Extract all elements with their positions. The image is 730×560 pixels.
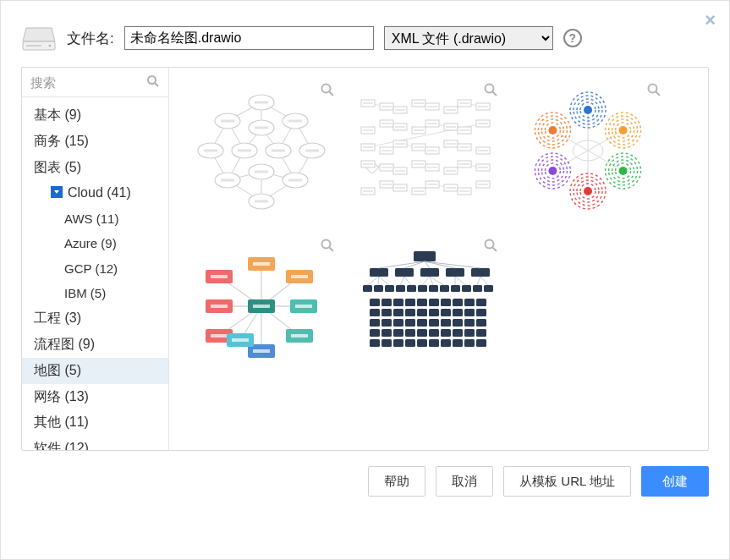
cancel-button[interactable]: 取消 <box>436 466 493 497</box>
close-icon[interactable]: × <box>705 9 716 31</box>
svg-rect-277 <box>476 339 486 347</box>
category-item[interactable]: 网络 (13) <box>22 384 168 410</box>
zoom-icon[interactable] <box>320 238 335 253</box>
svg-rect-254 <box>429 309 439 316</box>
svg-rect-46 <box>255 127 268 129</box>
category-item[interactable]: 地图 (5) <box>22 358 168 384</box>
svg-rect-180 <box>253 262 270 266</box>
from-template-url-button[interactable]: 从模板 URL 地址 <box>503 466 631 497</box>
svg-rect-247 <box>405 339 415 347</box>
svg-rect-258 <box>441 299 451 306</box>
category-item[interactable]: AWS (11) <box>22 206 168 231</box>
footer: 帮助 取消 从模板 URL 地址 创建 <box>21 466 709 497</box>
svg-line-219 <box>430 277 444 285</box>
svg-rect-212 <box>407 285 416 292</box>
category-label: AWS (11) <box>64 211 118 226</box>
template-preview <box>353 87 497 214</box>
svg-point-3 <box>148 76 156 84</box>
svg-rect-251 <box>417 329 427 337</box>
search-wrap <box>22 68 168 97</box>
svg-rect-245 <box>405 319 415 327</box>
expand-toggle-icon[interactable] <box>51 186 63 198</box>
svg-rect-239 <box>393 309 403 316</box>
svg-rect-200 <box>446 268 464 277</box>
svg-rect-78 <box>459 102 469 104</box>
category-item[interactable]: 商务 (15) <box>22 129 168 155</box>
category-label: GCP (12) <box>64 261 118 276</box>
svg-line-197 <box>404 261 425 268</box>
svg-line-195 <box>379 261 425 268</box>
svg-rect-196 <box>395 268 414 277</box>
svg-rect-206 <box>374 285 383 292</box>
svg-point-160 <box>322 240 331 249</box>
help-button[interactable]: 帮助 <box>368 466 425 497</box>
svg-rect-260 <box>441 319 451 327</box>
svg-rect-112 <box>478 150 488 151</box>
svg-rect-40 <box>221 179 234 182</box>
zoom-icon[interactable] <box>320 82 335 97</box>
svg-rect-265 <box>453 319 463 327</box>
svg-rect-257 <box>429 339 439 347</box>
template-thumbnail[interactable] <box>183 78 339 223</box>
svg-rect-208 <box>385 285 394 292</box>
svg-rect-66 <box>363 102 373 104</box>
svg-point-149 <box>584 106 592 114</box>
svg-rect-267 <box>453 339 463 347</box>
svg-rect-140 <box>446 187 456 189</box>
filename-input[interactable] <box>124 26 374 50</box>
svg-rect-36 <box>272 150 285 152</box>
svg-line-203 <box>425 261 480 268</box>
svg-rect-96 <box>478 123 488 124</box>
category-item[interactable]: GCP (12) <box>22 256 168 281</box>
svg-rect-262 <box>441 339 451 347</box>
category-list[interactable]: 基本 (9)商务 (15)图表 (5)Cloud (41)AWS (11)Azu… <box>22 97 168 450</box>
create-button[interactable]: 创建 <box>641 466 709 497</box>
svg-rect-132 <box>381 184 392 185</box>
svg-line-146 <box>656 92 661 96</box>
file-format-select[interactable]: XML 文件 (.drawio) <box>384 26 553 50</box>
svg-rect-116 <box>381 167 392 168</box>
svg-rect-68 <box>381 106 392 107</box>
category-item[interactable]: 基本 (9) <box>22 102 168 129</box>
svg-line-161 <box>330 248 334 252</box>
svg-rect-233 <box>381 299 392 306</box>
category-item[interactable]: 软件 (12) <box>22 436 168 450</box>
category-item[interactable]: 其他 (11) <box>22 409 168 436</box>
svg-point-155 <box>584 187 592 195</box>
svg-rect-248 <box>417 299 427 306</box>
svg-rect-42 <box>288 179 302 182</box>
svg-rect-144 <box>478 184 488 185</box>
template-thumbnail[interactable] <box>346 78 502 223</box>
svg-rect-226 <box>484 285 493 292</box>
search-icon[interactable] <box>146 74 160 88</box>
svg-rect-90 <box>427 123 437 124</box>
svg-point-145 <box>649 85 657 93</box>
svg-rect-214 <box>418 285 427 292</box>
zoom-icon[interactable] <box>483 238 498 253</box>
category-item[interactable]: 流程图 (9) <box>22 332 168 358</box>
svg-rect-188 <box>253 349 270 353</box>
template-thumbnail[interactable] <box>346 233 502 379</box>
svg-rect-240 <box>393 319 403 327</box>
filename-label: 文件名: <box>67 29 114 48</box>
help-icon[interactable]: ? <box>563 29 582 47</box>
template-preview <box>189 243 333 370</box>
template-thumbnail[interactable] <box>509 78 666 223</box>
template-thumbnail[interactable] <box>183 233 339 379</box>
category-item[interactable]: 工程 (3) <box>22 305 168 332</box>
template-grid <box>169 68 708 450</box>
category-item[interactable]: Cloud (41) <box>22 180 168 206</box>
svg-rect-44 <box>255 200 268 203</box>
svg-rect-264 <box>453 309 463 316</box>
category-item[interactable]: 图表 (5) <box>22 155 168 181</box>
search-input[interactable] <box>25 71 165 93</box>
svg-rect-74 <box>427 106 437 107</box>
category-item[interactable]: Azure (9) <box>22 231 168 255</box>
svg-line-227 <box>480 277 488 285</box>
svg-rect-1 <box>26 45 41 47</box>
zoom-icon[interactable] <box>483 82 498 97</box>
category-item[interactable]: IBM (5) <box>22 281 168 305</box>
svg-rect-76 <box>446 109 456 111</box>
zoom-icon[interactable] <box>646 82 661 97</box>
svg-rect-94 <box>459 129 469 131</box>
